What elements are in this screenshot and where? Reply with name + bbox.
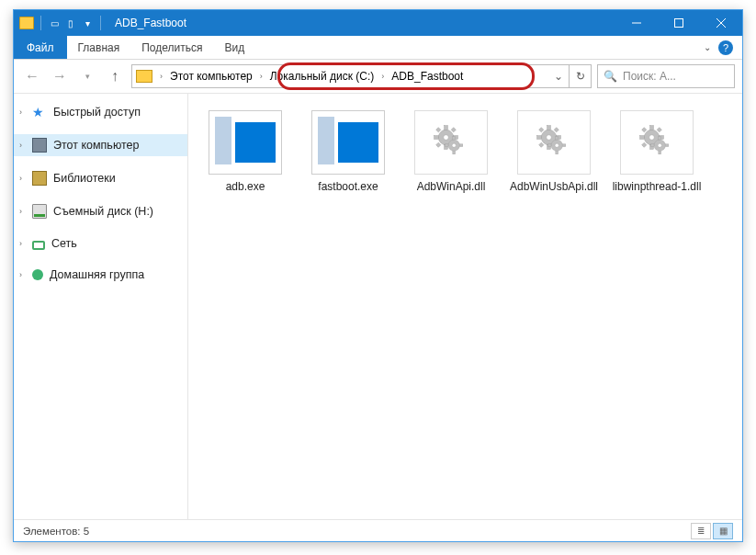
ribbon-tabs: Файл Главная Поделиться Вид ⌄ ? (14, 36, 742, 60)
new-folder-icon[interactable]: ▯ (64, 17, 77, 29)
window-controls (615, 10, 742, 36)
file-name-label: AdbWinApi.dll (417, 180, 486, 193)
explorer-window: ▭ ▯ ▾ ADB_Fastboot Файл Главная Поделить… (13, 9, 743, 542)
close-button[interactable] (700, 10, 742, 36)
breadcrumb-segment[interactable]: Этот компьютер (166, 70, 256, 83)
maximize-button[interactable] (658, 10, 700, 36)
sidebar-item-label: Этот компьютер (53, 139, 139, 152)
back-button[interactable]: ← (21, 65, 43, 87)
exe-icon (311, 110, 385, 175)
expand-ribbon-icon[interactable]: ⌄ (704, 42, 711, 52)
sidebar-item-libraries[interactable]: ›Библиотеки (14, 167, 187, 189)
icons-view-button[interactable]: ▦ (713, 523, 733, 539)
refresh-button[interactable]: ↻ (569, 65, 591, 87)
file-name-label: AdbWinUsbApi.dll (510, 180, 598, 193)
tab-view[interactable]: Вид (213, 36, 255, 59)
sidebar-item-homegroup[interactable]: ›Домашняя группа (14, 265, 187, 285)
dll-icon (620, 110, 694, 175)
dll-icon (414, 110, 488, 175)
up-button[interactable]: ↑ (104, 65, 126, 87)
sidebar-item-quick-access[interactable]: ›★Быстрый доступ (14, 101, 187, 123)
chevron-right-icon[interactable]: › (19, 270, 22, 279)
ribbon-right: ⌄ ? (694, 36, 742, 59)
chevron-right-icon[interactable]: › (19, 141, 22, 150)
sidebar-item-removable-disk[interactable]: ›Съемный диск (H:) (14, 200, 187, 222)
network-icon (32, 241, 45, 250)
titlebar: ▭ ▯ ▾ ADB_Fastboot (14, 10, 742, 36)
file-item[interactable]: fastboot.exe (297, 110, 400, 193)
search-placeholder: Поиск: A... (623, 70, 676, 83)
status-bar: Элементов: 5 ≣ ▦ (14, 519, 742, 541)
explorer-body: ›★Быстрый доступ ›Этот компьютер ›Библио… (14, 93, 742, 519)
svg-rect-1 (675, 19, 683, 28)
sidebar-item-this-pc[interactable]: ›Этот компьютер (14, 134, 187, 156)
exe-icon (209, 110, 282, 175)
details-view-button[interactable]: ≣ (691, 523, 711, 539)
file-item[interactable]: AdbWinUsbApi.dll (502, 110, 605, 193)
chevron-right-icon[interactable]: › (156, 72, 166, 81)
recent-dropdown-icon[interactable]: ▾ (76, 65, 98, 87)
spacer (14, 254, 187, 265)
pc-icon (32, 138, 47, 153)
spacer (14, 189, 187, 200)
separator (100, 16, 101, 30)
address-bar[interactable]: › Этот компьютер › Локальный диск (C:) ›… (131, 64, 592, 88)
qat-dropdown-icon[interactable]: ▾ (81, 17, 94, 29)
chevron-right-icon[interactable]: › (19, 108, 22, 117)
sidebar-item-label: Сеть (51, 237, 77, 250)
navigation-pane: ›★Быстрый доступ ›Этот компьютер ›Библио… (14, 94, 188, 519)
libraries-icon (32, 171, 47, 186)
sidebar-item-network[interactable]: ›Сеть (14, 233, 187, 254)
dll-icon (517, 110, 591, 175)
spacer (14, 156, 187, 167)
chevron-right-icon[interactable]: › (256, 72, 266, 81)
address-row: ← → ▾ ↑ › Этот компьютер › Локальный дис… (14, 60, 742, 93)
file-item[interactable]: libwinpthread-1.dll (605, 110, 708, 193)
forward-button[interactable]: → (49, 65, 71, 87)
search-input[interactable]: 🔍 Поиск: A... (597, 64, 735, 88)
properties-icon[interactable]: ▭ (48, 17, 61, 29)
chevron-right-icon[interactable]: › (19, 239, 22, 248)
tab-share[interactable]: Поделиться (130, 36, 213, 59)
sidebar-item-label: Быстрый доступ (53, 106, 141, 119)
spacer (14, 222, 187, 233)
quick-access-toolbar: ▭ ▯ ▾ (14, 16, 109, 30)
file-item[interactable]: adb.exe (194, 110, 297, 193)
drive-icon (32, 204, 47, 219)
folder-icon (136, 70, 152, 83)
homegroup-icon (32, 269, 43, 280)
window-title: ADB_Fastboot (115, 17, 186, 29)
separator (40, 16, 41, 30)
sidebar-item-label: Библиотеки (53, 172, 116, 185)
file-list[interactable]: adb.exefastboot.exeAdbWinApi.dllAdbWinUs… (188, 94, 742, 519)
item-count: Элементов: 5 (23, 526, 89, 537)
view-switcher: ≣ ▦ (691, 523, 733, 539)
chevron-right-icon[interactable]: › (19, 207, 22, 216)
chevron-right-icon[interactable]: › (378, 72, 388, 81)
breadcrumb-segment[interactable]: ADB_Fastboot (388, 70, 467, 83)
tab-home[interactable]: Главная (67, 36, 131, 59)
sidebar-item-label: Домашняя группа (50, 268, 144, 281)
help-icon[interactable]: ? (718, 40, 733, 55)
file-name-label: libwinpthread-1.dll (613, 180, 702, 193)
star-icon: ★ (32, 105, 47, 119)
address-dropdown-icon[interactable]: ⌄ (548, 70, 569, 83)
file-tab[interactable]: Файл (14, 36, 67, 59)
spacer (14, 123, 187, 134)
file-name-label: fastboot.exe (318, 180, 378, 193)
chevron-right-icon[interactable]: › (19, 174, 22, 183)
file-item[interactable]: AdbWinApi.dll (400, 110, 502, 193)
file-name-label: adb.exe (226, 180, 265, 193)
breadcrumb-segment[interactable]: Локальный диск (C:) (266, 70, 378, 83)
minimize-button[interactable] (615, 10, 658, 36)
search-icon: 🔍 (604, 70, 617, 83)
folder-icon (19, 17, 34, 29)
sidebar-item-label: Съемный диск (H:) (53, 205, 153, 218)
